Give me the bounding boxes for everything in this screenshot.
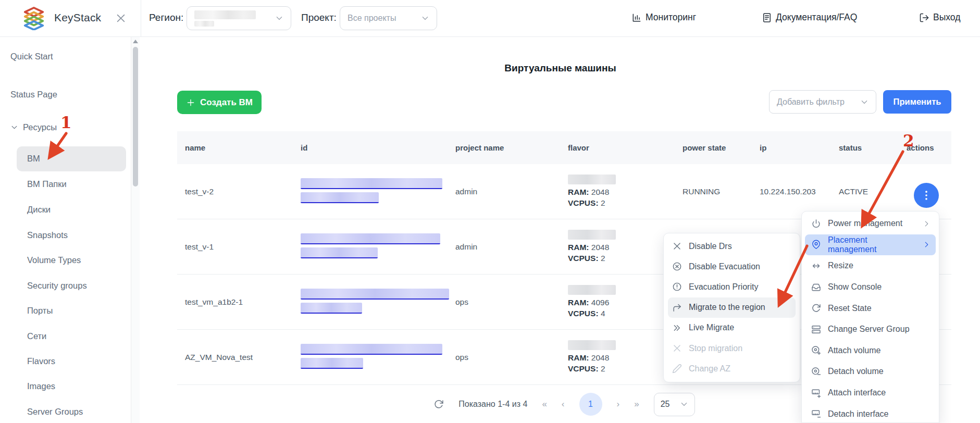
x-icon xyxy=(672,343,682,353)
ram-value: 2048 xyxy=(591,243,609,252)
page-size-select[interactable]: 25 xyxy=(654,393,695,416)
add-filter-select[interactable]: Добавить фильтр xyxy=(769,90,876,114)
submenu-item-live-migrate[interactable]: Live Migrate xyxy=(668,318,796,338)
sidebar-item-status-page[interactable]: Status Page xyxy=(10,89,57,100)
menu-item-change-server-group[interactable]: Change Server Group xyxy=(805,319,936,340)
submenu-item-disable-drs[interactable]: Disable Drs xyxy=(668,236,796,256)
sidebar-item-networks[interactable]: Сети xyxy=(27,330,46,342)
power-icon xyxy=(811,219,821,229)
keystack-logo-icon xyxy=(22,6,46,30)
vm-id-link[interactable] xyxy=(293,287,448,317)
pagination-last-button[interactable]: » xyxy=(634,399,639,409)
interface-minus-icon xyxy=(811,409,821,419)
col-power-state: power state xyxy=(675,143,752,152)
vcpus-value: 2 xyxy=(601,254,605,263)
chevron-right-icon xyxy=(923,241,931,248)
sidebar-group-resources[interactable]: Ресурсы xyxy=(10,122,57,132)
sidebar-scrollbar[interactable] xyxy=(131,36,140,423)
pagination-prev-button[interactable]: ‹ xyxy=(562,399,565,409)
submenu-item-evacuation-priority[interactable]: Evacuation Priority xyxy=(668,277,796,297)
submenu-item-label: Disable Drs xyxy=(689,242,732,251)
vm-power-state: RUNNING xyxy=(675,187,752,196)
submenu-item-migrate-to-region[interactable]: Migrate to the region xyxy=(668,297,796,318)
sidebar-close-icon[interactable] xyxy=(115,13,127,24)
project-select[interactable]: Все проекты xyxy=(340,6,437,30)
sidebar: Quick Start Status Page Ресурсы ВМ ВМ Па… xyxy=(0,36,141,423)
map-pin-icon xyxy=(811,240,821,250)
vcpus-value: 4 xyxy=(601,309,605,318)
sidebar-item-vm-folders[interactable]: ВМ Папки xyxy=(27,178,67,190)
menu-item-attach-interface[interactable]: Attach interface xyxy=(805,382,936,404)
menu-item-label: Attach volume xyxy=(828,346,880,355)
nav-documentation-label: Документация/FAQ xyxy=(776,12,857,23)
page-size-value: 25 xyxy=(661,400,670,409)
menu-item-detach-volume[interactable]: Detach volume xyxy=(805,361,936,382)
sidebar-item-flavors[interactable]: Flavors xyxy=(27,355,55,367)
vm-id-link[interactable] xyxy=(293,342,448,372)
submenu-item-disable-evacuation[interactable]: Disable Evacuation xyxy=(668,256,796,277)
col-name: name xyxy=(177,143,293,152)
menu-item-reset-state[interactable]: Reset State xyxy=(805,297,936,319)
region-label: Регион: xyxy=(149,12,183,23)
project-label: Проект: xyxy=(301,12,337,23)
apply-button[interactable]: Применить xyxy=(883,90,951,114)
vm-id-redacted xyxy=(301,192,379,203)
ram-label: RAM: xyxy=(568,353,589,362)
console-icon xyxy=(811,282,821,292)
vm-project: ops xyxy=(448,353,560,362)
nav-monitoring[interactable]: Мониторинг xyxy=(631,12,696,23)
sidebar-item-server-groups[interactable]: Server Groups xyxy=(27,406,83,417)
sidebar-item-volume-types[interactable]: Volume Types xyxy=(27,254,81,266)
menu-item-resize[interactable]: Resize xyxy=(805,255,936,277)
sidebar-item-ports[interactable]: Порты xyxy=(27,305,53,316)
vm-id-redacted xyxy=(301,358,363,369)
menu-item-label: Detach volume xyxy=(828,367,884,376)
server-group-icon xyxy=(811,325,821,334)
menu-item-placement-management[interactable]: Placement management xyxy=(805,234,936,256)
submenu-item-label: Migrate to the region xyxy=(689,303,765,312)
vm-id-link[interactable] xyxy=(293,177,448,206)
topbar: KeyStack Регион: Проект: Все проекты Мон… xyxy=(0,0,980,37)
sidebar-item-quick-start[interactable]: Quick Start xyxy=(10,51,53,62)
region-select[interactable] xyxy=(187,6,291,30)
chevron-down-icon xyxy=(860,98,869,106)
sidebar-item-vm[interactable]: ВМ xyxy=(27,153,40,164)
placement-submenu: Disable Drs Disable Evacuation Evacuatio… xyxy=(663,233,800,382)
vm-flavor: RAM: 2048 VCPUS: 2 xyxy=(560,175,675,208)
nav-documentation[interactable]: Документация/FAQ xyxy=(762,12,857,23)
x-circle-icon xyxy=(672,262,682,271)
row-actions-button[interactable] xyxy=(914,183,939,208)
vm-id-redacted xyxy=(301,178,442,189)
vm-status: ACTIVE xyxy=(831,187,899,196)
nav-monitoring-label: Мониторинг xyxy=(646,12,696,23)
sidebar-item-disks[interactable]: Диски xyxy=(27,204,51,215)
menu-item-power-management[interactable]: Power management xyxy=(805,213,936,234)
flavor-name-redacted xyxy=(568,340,616,350)
vm-name: test_vm_a1b2-1 xyxy=(177,297,293,307)
document-icon xyxy=(762,13,772,23)
nav-logout[interactable]: Выход xyxy=(919,12,960,23)
menu-item-attach-volume[interactable]: Attach volume xyxy=(805,340,936,362)
pagination-next-button[interactable]: › xyxy=(617,399,620,409)
menu-item-label: Resize xyxy=(828,261,853,270)
col-ip: ip xyxy=(752,143,831,152)
menu-item-detach-interface[interactable]: Detach interface xyxy=(805,403,936,423)
create-vm-button[interactable]: Создать ВМ xyxy=(177,91,262,114)
chart-bar-icon xyxy=(631,13,642,23)
menu-item-show-console[interactable]: Show Console xyxy=(805,277,936,298)
vm-name: AZ_VM_Nova_test xyxy=(177,353,293,362)
vm-project: ops xyxy=(448,297,560,307)
add-filter-placeholder: Добавить фильтр xyxy=(777,97,845,107)
sidebar-item-security-groups[interactable]: Security groups xyxy=(27,280,87,291)
sidebar-item-snapshots[interactable]: Snapshots xyxy=(27,229,68,241)
refresh-icon[interactable] xyxy=(433,399,444,409)
pagination-page-1[interactable]: 1 xyxy=(579,393,602,416)
ram-label: RAM: xyxy=(568,188,589,196)
scrollbar-thumb[interactable] xyxy=(133,47,138,186)
vm-id-link[interactable] xyxy=(293,232,448,262)
submenu-item-change-az: Change AZ xyxy=(668,358,796,379)
sidebar-group-resources-label: Ресурсы xyxy=(23,122,57,132)
sidebar-item-images[interactable]: Images xyxy=(27,380,55,392)
scrollbar-up-arrow-icon[interactable] xyxy=(133,40,138,43)
pagination-first-button[interactable]: « xyxy=(542,399,547,409)
